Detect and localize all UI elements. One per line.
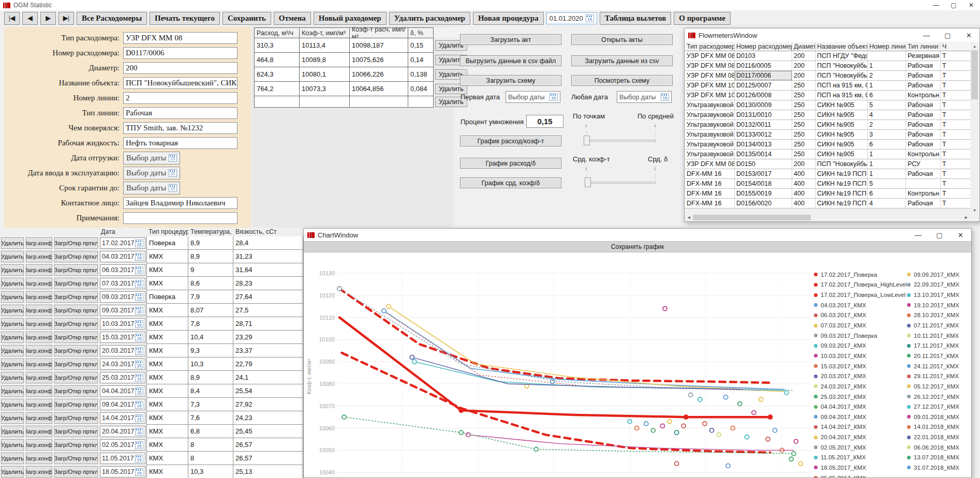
toolbar-button[interactable]: Отмена <box>274 12 311 25</box>
procedure-date-picker[interactable]: 07.03.201715 <box>100 278 145 289</box>
flowmeter-cell[interactable]: D0116/0005 <box>735 61 792 70</box>
measurement-cell[interactable]: 0,15 <box>408 38 434 53</box>
form-field-input[interactable]: ТПУ Smith, зав. №1232 <box>123 122 237 134</box>
flowmeter-row[interactable]: DFX-MM 16D0154/0018400СИКН №19 ПСП Л5Т <box>685 179 970 189</box>
load-config-button[interactable]: Загр.конф. <box>26 278 52 289</box>
flowmeter-cell[interactable]: Т <box>941 51 971 61</box>
calendar-icon[interactable]: 15 <box>135 307 143 315</box>
load-config-button[interactable]: Загр.конф. <box>26 372 52 383</box>
flowmeter-cell[interactable]: Рабочая <box>906 140 941 149</box>
load-config-button[interactable]: Загр.конф. <box>26 237 52 249</box>
flowmeter-cell[interactable]: Контрольн <box>906 150 941 159</box>
chart-button[interactable]: График срд. коэф/δ <box>460 177 561 188</box>
flowmeter-cell[interactable]: УЗР DFX MM 08 <box>685 51 735 61</box>
flowmeter-cell[interactable]: 6 <box>868 91 906 100</box>
flowmeter-cell[interactable]: DFX-MM 16 <box>685 189 735 198</box>
flowmeter-row[interactable]: УльтразвуковойD0133/0012250СИКН №9053Раб… <box>685 130 970 140</box>
minimize-icon[interactable]: — <box>927 0 945 10</box>
flowmeter-cell[interactable]: Т <box>941 100 971 110</box>
delete-procedure-button[interactable]: Удалить <box>1 332 24 343</box>
flowmeter-cell[interactable]: Т <box>941 150 971 159</box>
calendar-icon[interactable]: 15 <box>135 253 143 261</box>
procedure-date-picker[interactable]: 14.04.201715 <box>100 412 145 424</box>
flowmeter-cell[interactable]: Т <box>941 169 971 178</box>
calendar-icon[interactable]: 15 <box>135 280 143 288</box>
measurement-cell[interactable]: 0,138 <box>408 67 434 82</box>
flowmeter-cell[interactable]: Рабочая <box>906 100 941 110</box>
close-icon[interactable]: ✕ <box>962 0 980 10</box>
calendar-icon[interactable]: 15 <box>135 441 143 449</box>
flowmeter-cell[interactable]: УЗР DFX MM 08 <box>685 61 735 70</box>
flowmeter-row[interactable]: УЗР DFX MM 08D0103200ПСП НГДУ "ФедорсРез… <box>685 51 970 61</box>
flowmeter-cell[interactable]: Т <box>941 189 971 198</box>
delete-procedure-button[interactable]: Удалить <box>1 237 24 249</box>
calendar-icon[interactable]: 15 <box>550 93 558 101</box>
procedure-date-picker[interactable]: 06.03.201715 <box>100 264 145 276</box>
calendar-icon[interactable]: 15 <box>135 240 143 247</box>
report-date-picker[interactable]: 01.01.2020 15 <box>546 12 597 24</box>
flowmeter-cell[interactable]: 5 <box>868 100 906 110</box>
form-field-input[interactable]: Зайцев Владимир Николаевич <box>123 197 237 209</box>
flowmeter-cell[interactable]: Рабочая <box>906 61 941 70</box>
measurement-cell[interactable]: 10073,3 <box>300 82 350 96</box>
form-field-input[interactable] <box>123 212 237 224</box>
load-config-button[interactable]: Загр.конф. <box>26 385 52 397</box>
flowmeter-cell[interactable]: 6 <box>868 189 906 198</box>
scroll-up-icon[interactable]: ▲ <box>970 42 979 50</box>
flowmeter-cell[interactable]: Рабочая <box>906 169 941 178</box>
flowmeter-cell[interactable]: Ультразвуковой <box>685 100 735 110</box>
flowmeter-cell[interactable]: 1 <box>868 169 906 178</box>
calendar-icon[interactable]: 15 <box>135 387 143 395</box>
procedure-date-picker[interactable]: 09.04.201715 <box>100 399 145 410</box>
toolbar-button[interactable]: О программе <box>674 12 731 25</box>
calendar-icon[interactable]: 15 <box>169 169 177 177</box>
action-button[interactable]: Открыть акты <box>571 34 673 45</box>
load-config-button[interactable]: Загр.конф. <box>26 291 52 303</box>
delete-procedure-button[interactable]: Удалить <box>1 358 24 370</box>
close-icon[interactable]: ✕ <box>958 28 979 42</box>
flowmeter-cell[interactable]: D0125/0007 <box>735 81 792 90</box>
action-button[interactable]: Загрузить акт <box>460 34 561 45</box>
flowmeter-cell[interactable]: СИКН №905 <box>815 120 868 129</box>
measurement-cell[interactable]: 10075,626 <box>350 53 408 67</box>
maximize-icon[interactable]: ▢ <box>945 0 962 10</box>
calendar-icon[interactable]: 15 <box>135 428 143 436</box>
calendar-icon[interactable]: 15 <box>135 334 143 341</box>
flowmeter-cell[interactable]: DFX-MM 16 <box>685 169 735 178</box>
flowmeter-cell[interactable]: 5 <box>868 179 906 188</box>
form-field-input[interactable]: УЗР DFX MM 08 <box>123 32 237 44</box>
flowmeter-cell[interactable]: Ультразвуковой <box>685 130 735 139</box>
open-protocol-button[interactable]: Загр/Откр прткл <box>54 305 98 316</box>
flowmeter-cell[interactable]: Т <box>941 91 971 100</box>
flowmeter-cell[interactable]: 400 <box>792 189 815 198</box>
delete-procedure-button[interactable]: Удалить <box>1 372 24 383</box>
flowmeter-cell[interactable]: СИКН №905 <box>815 130 868 139</box>
column-header[interactable]: Номер линии <box>868 42 906 51</box>
flowmeter-row[interactable]: УЗР DFX MM 08D0116/0005200ПСП "Новокуйбы… <box>685 61 970 71</box>
delete-procedure-button[interactable]: Удалить <box>1 318 24 330</box>
flowmeter-cell[interactable]: Т <box>941 110 971 119</box>
measurement-cell[interactable]: 10098,187 <box>350 38 408 53</box>
form-field-input[interactable]: Рабочая <box>123 107 237 119</box>
open-protocol-button[interactable]: Загр/Откр прткл <box>54 237 98 249</box>
flowmeter-row[interactable]: УльтразвуковойD0134/0013250СИКН №9056Раб… <box>685 140 970 150</box>
flowmeter-cell[interactable]: Т <box>941 159 971 169</box>
flowmeter-cell[interactable] <box>906 179 941 188</box>
form-field-input[interactable]: 2 <box>123 92 237 104</box>
flowmeter-cell[interactable]: ПСП "Новокуйбыш <box>815 71 868 80</box>
calendar-icon[interactable]: 15 <box>135 401 143 409</box>
first-date-picker[interactable]: Выбор даты 15 <box>506 91 560 103</box>
mode-slider-handle[interactable] <box>584 136 590 145</box>
flowmeter-cell[interactable]: Рабочая <box>906 110 941 119</box>
calendar-icon[interactable]: 15 <box>135 347 143 355</box>
flowmeter-cell[interactable]: 1 <box>868 81 906 90</box>
measurement-cell[interactable] <box>254 96 300 108</box>
open-protocol-button[interactable]: Загр/Откр прткл <box>54 412 98 424</box>
column-header[interactable]: Диаметр <box>792 42 815 51</box>
procedure-date-picker[interactable]: 10.03.201715 <box>100 318 145 330</box>
flowmeter-cell[interactable]: Резервная <box>906 51 941 61</box>
measurement-cell[interactable]: 10066,226 <box>350 67 408 82</box>
flowmeter-cell[interactable]: СИКН №19 ПСП Л <box>815 189 868 198</box>
measurement-cell[interactable]: 10113,4 <box>300 38 350 53</box>
measurement-cell[interactable]: 464,8 <box>254 53 300 67</box>
